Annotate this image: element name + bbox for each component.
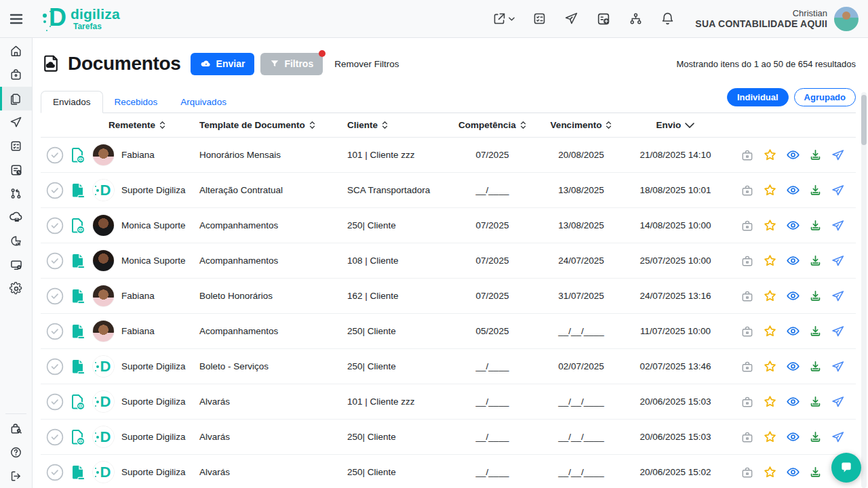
sidebar-item-credentials[interactable] <box>0 417 32 441</box>
sort-desc-icon[interactable] <box>685 123 694 128</box>
row-check-icon[interactable] <box>46 252 64 270</box>
view-agrupado-button[interactable]: Agrupado <box>794 88 856 106</box>
sidebar-item-settings[interactable] <box>0 277 32 300</box>
download-icon[interactable] <box>809 395 822 408</box>
view-eye-icon[interactable] <box>786 324 800 338</box>
favorite-star-icon[interactable] <box>763 430 777 444</box>
resend-icon[interactable] <box>831 218 845 232</box>
remove-filters-link[interactable]: Remover Filtros <box>334 59 399 69</box>
table-row[interactable]: D Suporte Digiliza Alvarás 101 | Cliente… <box>41 384 856 420</box>
row-check-icon[interactable] <box>46 428 64 446</box>
menu-toggle-icon[interactable] <box>0 14 33 24</box>
sort-icon[interactable] <box>159 121 165 129</box>
view-eye-icon[interactable] <box>786 359 800 373</box>
resend-icon[interactable] <box>831 430 845 444</box>
column-header-vencimento[interactable]: Vencimento <box>530 120 632 130</box>
table-row[interactable]: D Monica Suporte Acompanhamentos 108 | C… <box>41 243 856 279</box>
scrollbar-thumb[interactable] <box>861 95 867 145</box>
sidebar-item-home[interactable] <box>0 39 32 63</box>
sort-icon[interactable] <box>520 121 526 129</box>
resend-icon[interactable] <box>831 324 845 338</box>
row-check-icon[interactable] <box>46 182 64 199</box>
wallet-icon[interactable] <box>741 466 754 479</box>
row-check-icon[interactable] <box>46 217 64 235</box>
view-eye-icon[interactable] <box>786 148 800 162</box>
view-eye-icon[interactable] <box>786 465 800 479</box>
wallet-icon[interactable] <box>741 219 754 232</box>
wallet-icon[interactable] <box>741 254 754 268</box>
table-row[interactable]: D Suporte Digiliza Alteração Contratual … <box>41 173 856 208</box>
download-icon[interactable] <box>809 289 822 302</box>
wallet-icon[interactable] <box>741 184 754 197</box>
favorite-star-icon[interactable] <box>763 359 777 373</box>
favorite-star-icon[interactable] <box>763 289 777 303</box>
favorite-star-icon[interactable] <box>763 183 777 197</box>
wallet-icon[interactable] <box>741 148 754 162</box>
sidebar-item-workstation[interactable] <box>0 253 32 277</box>
send-document-button[interactable]: Enviar <box>191 53 255 75</box>
row-check-icon[interactable] <box>46 393 64 411</box>
column-header-template[interactable]: Template de Documento <box>199 120 347 130</box>
download-icon[interactable] <box>809 325 822 338</box>
sidebar-item-documents[interactable] <box>0 87 32 110</box>
favorite-star-icon[interactable] <box>763 324 777 338</box>
resend-icon[interactable] <box>831 289 845 303</box>
column-header-envio[interactable]: Envio <box>632 120 719 130</box>
resend-icon[interactable] <box>831 359 845 373</box>
download-icon[interactable] <box>809 254 822 267</box>
view-eye-icon[interactable] <box>786 394 800 409</box>
wallet-icon[interactable] <box>741 289 754 303</box>
row-check-icon[interactable] <box>46 358 64 375</box>
sidebar-item-workflow[interactable] <box>0 182 32 205</box>
table-row[interactable]: D Suporte Digiliza Boleto - Serviços 250… <box>41 349 856 384</box>
view-eye-icon[interactable] <box>786 430 800 444</box>
wallet-icon[interactable] <box>741 325 754 338</box>
wallet-icon[interactable] <box>741 360 754 373</box>
view-eye-icon[interactable] <box>786 289 800 303</box>
digiliza-logo[interactable]: D digiliza Tarefas <box>42 5 120 33</box>
sidebar-item-send[interactable] <box>0 110 32 134</box>
view-eye-icon[interactable] <box>786 183 800 197</box>
wallet-icon[interactable] <box>741 430 754 444</box>
sidebar-item-help[interactable] <box>0 441 32 464</box>
view-eye-icon[interactable] <box>786 253 800 268</box>
column-header-cliente[interactable]: Cliente <box>347 120 454 130</box>
resend-icon[interactable] <box>831 148 845 162</box>
favorite-star-icon[interactable] <box>763 218 777 232</box>
resend-icon[interactable] <box>831 183 845 197</box>
sidebar-item-checklist[interactable] <box>0 134 32 158</box>
row-check-icon[interactable] <box>46 464 64 481</box>
row-check-icon[interactable] <box>46 146 64 164</box>
view-individual-button[interactable]: Individual <box>727 88 789 106</box>
view-eye-icon[interactable] <box>786 218 800 232</box>
chat-button[interactable] <box>831 453 861 483</box>
table-row[interactable]: D Fabiana Honorários Mensais 101 | Clien… <box>41 138 856 173</box>
sort-icon[interactable] <box>606 121 612 129</box>
sidebar-item-task-clock[interactable] <box>0 158 32 182</box>
sidebar-item-logout[interactable] <box>0 464 32 488</box>
favorite-star-icon[interactable] <box>763 394 777 409</box>
download-icon[interactable] <box>809 184 822 197</box>
download-icon[interactable] <box>809 148 822 161</box>
column-header-competencia[interactable]: Competência <box>454 120 530 130</box>
tasks-icon[interactable] <box>532 12 547 26</box>
user-menu[interactable]: Christian SUA CONTABILIDADE AQUII <box>695 7 859 31</box>
table-row[interactable]: D Fabiana Acompanhamentos 250| Cliente 0… <box>41 314 856 349</box>
favorite-star-icon[interactable] <box>763 253 777 268</box>
vertical-scrollbar[interactable] <box>861 92 867 488</box>
hierarchy-icon[interactable] <box>629 12 643 26</box>
send-icon[interactable] <box>564 12 578 26</box>
table-row[interactable]: D Fabiana Boleto Honorários 162 | Client… <box>41 279 856 314</box>
filters-button[interactable]: Filtros <box>260 53 323 75</box>
download-icon[interactable] <box>809 430 822 443</box>
task-add-icon[interactable] <box>596 12 611 26</box>
wallet-icon[interactable] <box>741 395 754 409</box>
sidebar-item-secure-box[interactable] <box>0 63 32 87</box>
sort-icon[interactable] <box>309 121 315 129</box>
notifications-bell-icon[interactable] <box>660 12 675 26</box>
row-check-icon[interactable] <box>46 323 64 340</box>
sidebar-item-cloud-tools[interactable] <box>0 205 32 229</box>
open-external-icon[interactable] <box>492 12 515 26</box>
favorite-star-icon[interactable] <box>763 465 777 479</box>
resend-icon[interactable] <box>831 253 845 268</box>
